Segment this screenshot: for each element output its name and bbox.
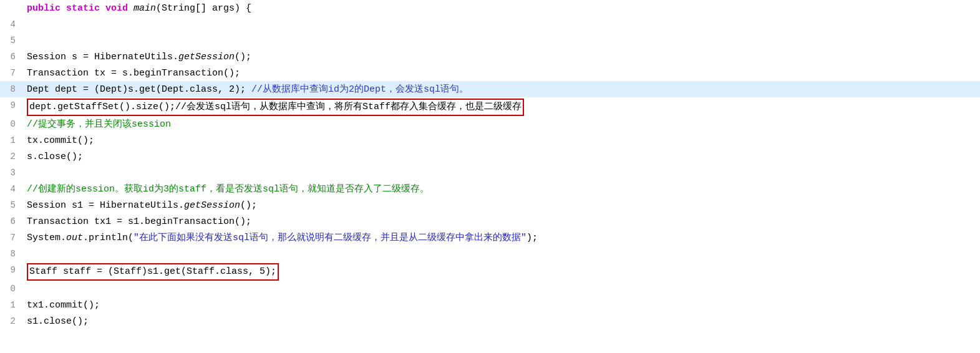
code-token: getSession (178, 52, 235, 62)
code-line: 8 Dept dept = (Dept)s.get(Dept.class, 2)… (0, 81, 980, 97)
line-content: Transaction tx1 = s1.beginTransaction(); (22, 213, 980, 230)
line-number: 0 (0, 116, 22, 132)
line-content: public static void main(String[] args) { (22, 0, 980, 16)
code-token: s = HibernateUtils. (66, 52, 178, 62)
code-token: getSession (184, 200, 240, 211)
line-number: 1 (0, 297, 22, 313)
line-number: 9 (0, 262, 22, 281)
code-token: tx = s.beginTransaction(); (89, 68, 240, 79)
code-line: 2 s1.close(); (0, 313, 980, 329)
code-line: 6 Session s = HibernateUtils.getSession(… (0, 49, 980, 65)
code-line: 4 //创建新的session。获取id为3的staff，看是否发送sql语句，… (0, 181, 980, 197)
line-content: Transaction tx = s.beginTransaction(); (22, 65, 980, 81)
code-line: 0 (0, 281, 980, 297)
line-content: Session s = HibernateUtils.getSession(); (22, 49, 980, 65)
boxed-code: Staff staff = (Staff)s1.get(Staff.class,… (27, 263, 279, 281)
code-token: Transaction (27, 216, 89, 227)
code-token: (); (240, 200, 257, 211)
line-content (22, 281, 980, 297)
boxed-code: dept.getStaffSet().size();//会发送sql语句，从数据… (27, 99, 524, 116)
line-content (22, 165, 980, 181)
code-line: 5 Session s1 = HibernateUtils.getSession… (0, 197, 980, 213)
line-number: 1 (0, 132, 22, 148)
code-line: 2 s.close(); (0, 148, 980, 165)
line-number: 6 (0, 213, 22, 230)
code-line: 7 System.out.println("在此下面如果没有发送sql语句，那么… (0, 230, 980, 246)
code-token: class (220, 266, 248, 277)
code-token: ); (526, 233, 538, 243)
code-token: out (66, 233, 83, 243)
code-token: "在此下面如果没有发送sql语句，那么就说明有二级缓存，并且是从二级缓存中拿出来… (133, 233, 526, 243)
line-number: 7 (0, 230, 22, 246)
line-number: 8 (0, 246, 22, 262)
code-line: 7 Transaction tx = s.beginTransaction(); (0, 65, 980, 81)
code-line: 5 (0, 32, 980, 49)
line-content: tx.commit(); (22, 132, 980, 148)
code-token: //创建新的session。获取id为3的staff，看是否发送sql语句，就知… (27, 184, 429, 195)
code-token: tx1.commit(); (27, 300, 100, 311)
code-line: 0 //提交事务，并且关闭该session (0, 116, 980, 132)
line-number: 6 (0, 49, 22, 65)
code-line-top: public static void main(String[] args) { (0, 0, 980, 16)
code-token: .println( (83, 233, 133, 243)
line-content: Session s1 = HibernateUtils.getSession()… (22, 197, 980, 213)
line-number: 2 (0, 313, 22, 329)
line-number: 4 (0, 181, 22, 197)
line-content (22, 32, 980, 49)
code-line: 9 dept.getStaffSet().size();//会发送sql语句，从… (0, 97, 980, 116)
code-line: 6 Transaction tx1 = s1.beginTransaction(… (0, 213, 980, 230)
code-line: 1 tx1.commit(); (0, 297, 980, 313)
line-number: 8 (0, 81, 22, 97)
code-editor: public static void main(String[] args) {… (0, 0, 980, 353)
code-token: , 5); (248, 266, 276, 277)
code-token: dept.getStaffSet().size();//会发送sql语句，从数据… (29, 102, 522, 112)
line-number: 0 (0, 281, 22, 297)
line-number: 7 (0, 65, 22, 81)
code-line: 9 Staff staff = (Staff)s1.get(Staff.clas… (0, 262, 980, 281)
line-number: 4 (0, 16, 22, 32)
line-number: 9 (0, 97, 22, 116)
line-number: 2 (0, 148, 22, 165)
code-token: Staff staff = (Staff)s1.get(Staff. (29, 266, 220, 277)
code-token: Transaction (27, 68, 89, 79)
code-token: //从数据库中查询id为2的Dept，会发送sql语句。 (251, 84, 468, 95)
code-token: (); (235, 52, 251, 62)
code-token: , 2); (218, 84, 251, 95)
line-content: dept.getStaffSet().size();//会发送sql语句，从数据… (22, 97, 980, 116)
code-token: //提交事务，并且关闭该session (27, 119, 171, 130)
code-token: s1 = HibernateUtils. (66, 200, 184, 211)
line-content: //提交事务，并且关闭该session (22, 116, 980, 132)
code-token: Dept (27, 84, 49, 95)
code-token: class (190, 84, 218, 95)
code-token: s.close(); (27, 152, 83, 162)
code-token: Session (27, 52, 66, 62)
line-number: 3 (0, 165, 22, 181)
code-token: dept = (Dept)s.get(Dept. (49, 84, 190, 95)
code-line: 4 (0, 16, 980, 32)
line-content (22, 16, 980, 32)
line-content (22, 246, 980, 262)
code-token: tx1 = s1.beginTransaction(); (89, 216, 251, 227)
line-content: tx1.commit(); (22, 297, 980, 313)
code-line: 8 (0, 246, 980, 262)
code-token: Session (27, 200, 66, 211)
code-line: 1 tx.commit(); (0, 132, 980, 148)
code-token: System. (27, 233, 66, 243)
line-number: 5 (0, 32, 22, 49)
line-content: System.out.println("在此下面如果没有发送sql语句，那么就说… (22, 230, 980, 246)
line-content: s.close(); (22, 148, 980, 165)
line-content: Dept dept = (Dept)s.get(Dept.class, 2); … (22, 81, 980, 97)
line-content: Staff staff = (Staff)s1.get(Staff.class,… (22, 262, 980, 281)
code-token: s1.close(); (27, 316, 89, 327)
code-token: tx.commit(); (27, 135, 94, 146)
code-line: 3 (0, 165, 980, 181)
line-number (0, 0, 22, 16)
line-content: //创建新的session。获取id为3的staff，看是否发送sql语句，就知… (22, 181, 980, 197)
line-number: 5 (0, 197, 22, 213)
line-content: s1.close(); (22, 313, 980, 329)
